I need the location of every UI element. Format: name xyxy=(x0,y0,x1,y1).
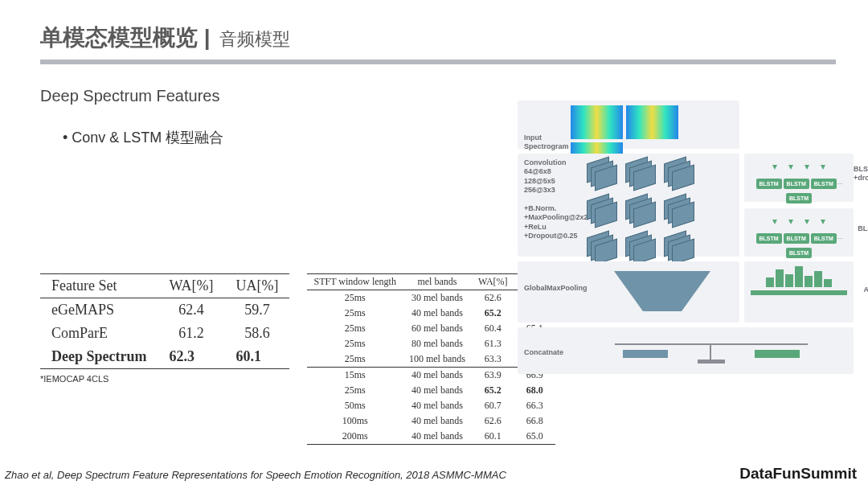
funnel-icon xyxy=(614,271,710,311)
blstm-cell: BLSTM xyxy=(756,179,782,189)
table-row: ComParE 61.2 58.6 xyxy=(40,322,289,345)
table1-wrap: Feature Set WA[%] UA[%] eGeMAPS 62.4 59.… xyxy=(40,273,289,384)
pool-label: GlobalMaxPooling xyxy=(524,284,587,293)
panel-convolution: Convolution 64@6x8 128@5x5 256@3x3 +B.No… xyxy=(518,154,739,257)
conv-stacks-icon xyxy=(583,158,699,269)
blstm-cell: BLSTM xyxy=(811,179,837,189)
arrows-icon xyxy=(747,213,850,228)
table-row: eGeMAPS 62.4 59.7 xyxy=(40,298,289,323)
conv-sub-label: +B.Norm. +MaxPooling@2x2 +ReLu +Dropout@… xyxy=(524,204,579,240)
blstm-cell: BLSTM xyxy=(784,179,809,189)
blstm-cell: BLSTM xyxy=(811,233,837,244)
t1-h0: Feature Set xyxy=(40,274,158,298)
panel-input: Input Spectrogram xyxy=(518,101,739,149)
blstm-cell: BLSTM xyxy=(786,193,812,203)
table-row: Deep Spectrum 62.3 60.1 xyxy=(40,345,289,369)
feature-set-table: Feature Set WA[%] UA[%] eGeMAPS 62.4 59.… xyxy=(40,273,289,369)
divider xyxy=(40,60,836,64)
blstm-cell: BLSTM xyxy=(756,233,782,244)
slide-title: 单模态模型概览 | 音频模型 xyxy=(40,23,836,53)
input-label: Input Spectrogram xyxy=(524,134,566,152)
table-row: Feature Set WA[%] UA[%] xyxy=(40,274,289,298)
table1-note: *IEMOCAP 4CLS xyxy=(40,374,289,384)
panel-pooling: GlobalMaxPooling xyxy=(518,261,739,323)
title-sep: | xyxy=(198,25,216,50)
t1-h2: UA[%] xyxy=(224,274,289,298)
blstm-cell: BLSTM xyxy=(786,248,812,258)
attention-label: Attention xyxy=(864,286,869,294)
blstm2-label: BLSTM@128 xyxy=(858,224,868,233)
architecture-diagram: Input Spectrogram Convolution 64@6x8 128… xyxy=(518,101,855,422)
citation: Zhao et al, Deep Spectrum Feature Repres… xyxy=(5,469,506,481)
blstm1-label: BLSTM@128 +dropout@0.2 xyxy=(854,165,868,183)
t1-h1: WA[%] xyxy=(158,274,224,298)
brand-logo: DataFunSummit xyxy=(739,465,857,483)
panel-attention xyxy=(744,261,854,323)
arrows-icon xyxy=(747,158,850,173)
title-main: 单模态模型概览 xyxy=(40,25,198,50)
balance-icon xyxy=(607,337,816,369)
blstm-cell: BLSTM xyxy=(784,233,809,244)
title-sub: 音频模型 xyxy=(219,29,290,49)
concat-label: Concatnate xyxy=(524,348,571,357)
panel-blstm2: BLSTMBLSTMBLSTM···BLSTM xyxy=(744,208,854,257)
slide: 单模态模型概览 | 音频模型 Deep Spectrum Features Co… xyxy=(0,0,868,489)
panel-blstm1: BLSTMBLSTMBLSTM···BLSTM xyxy=(744,154,854,202)
table-row: 200ms40 mel bands60.165.0 xyxy=(307,429,555,445)
attention-icon xyxy=(747,266,850,287)
panel-concat: Concatnate xyxy=(518,327,854,374)
conv-label: Convolution 64@6x8 128@5x5 256@3x3 xyxy=(524,158,579,195)
